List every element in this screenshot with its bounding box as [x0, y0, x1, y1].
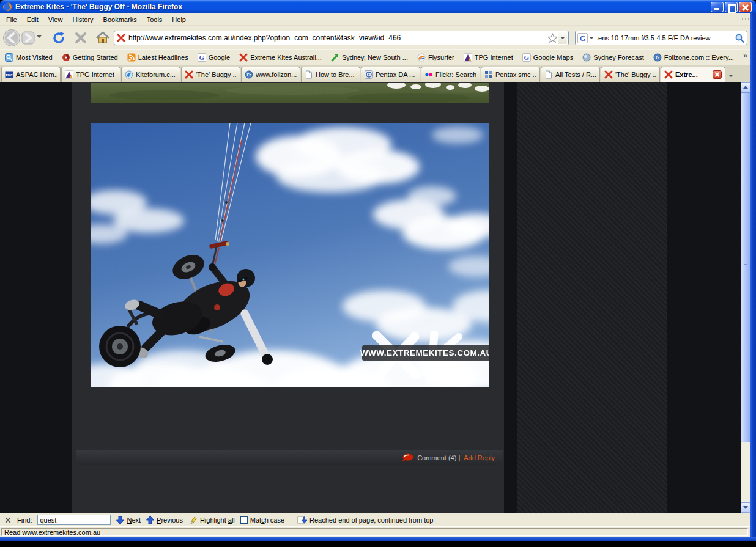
forward-icon: [21, 31, 35, 45]
window-title: Extreme Kites - 'The' Buggy Off - Mozill…: [15, 2, 182, 11]
find-next-button[interactable]: Next: [116, 516, 141, 524]
bookmark-getting-started[interactable]: Getting Started: [62, 53, 118, 62]
menu-history[interactable]: History: [67, 14, 98, 25]
navigation-toolbar: G: [0, 26, 756, 49]
menu-tools[interactable]: Tools: [142, 14, 168, 25]
location-bar[interactable]: [114, 31, 569, 45]
menu-view[interactable]: View: [43, 14, 68, 25]
red-x-icon: [604, 70, 613, 79]
bookmark-google-maps[interactable]: G Google Maps: [522, 53, 573, 62]
foilzone-icon: Fz: [245, 70, 253, 79]
home-button[interactable]: [95, 31, 110, 45]
svg-text:fz: fz: [656, 55, 659, 59]
back-button[interactable]: [2, 29, 21, 47]
stop-button[interactable]: [73, 31, 88, 45]
pentax-smc-icon: [484, 70, 493, 79]
window-border-right: [750, 13, 756, 541]
bookmark-most-visited[interactable]: Most Visited: [5, 53, 53, 62]
bookmarks-overflow-chevron[interactable]: »: [743, 51, 747, 60]
find-label: Find:: [17, 516, 32, 524]
minimize-button[interactable]: [711, 2, 724, 12]
search-bar[interactable]: G: [575, 31, 747, 45]
menu-bookmarks[interactable]: Bookmarks: [98, 14, 142, 25]
reload-button[interactable]: [51, 31, 66, 45]
bookmark-sydney-weather[interactable]: Sydney, New South ...: [331, 53, 408, 62]
menu-help[interactable]: Help: [167, 14, 191, 25]
forum-content-column: WWW.EXTREMEKITES.COM.AU Comment (4) | Ad…: [72, 82, 504, 513]
find-highlight-button[interactable]: Highlight all: [188, 516, 235, 524]
scroll-down-button[interactable]: [741, 502, 750, 513]
pentax-icon: [365, 70, 373, 79]
page-icon: [544, 70, 553, 79]
bookmark-google[interactable]: G Google: [198, 53, 230, 62]
tab-list-dropdown-icon[interactable]: [728, 75, 733, 77]
scroll-up-button[interactable]: [741, 82, 750, 92]
menu-file[interactable]: File: [1, 14, 22, 25]
tab-strip: EMC ASPAC Hom... TPG Internet Kiteforum.…: [0, 65, 756, 82]
add-reply-link[interactable]: Add Reply: [464, 454, 495, 461]
chevron-down-icon: [560, 37, 565, 39]
search-magnifier-icon[interactable]: [735, 33, 745, 43]
tab-foilzone[interactable]: Fz www.foilzon...: [241, 67, 300, 82]
flickr-icon: [424, 70, 433, 79]
bookmark-sydney-forecast[interactable]: Sydney Forecast: [582, 53, 644, 62]
previous-up-arrow-icon: [146, 516, 154, 524]
google-icon: G: [198, 53, 206, 62]
rss-icon: [127, 53, 136, 62]
svg-text:WWW.EXTREMEKITES.COM.AU: WWW.EXTREMEKITES.COM.AU: [360, 348, 489, 358]
forward-button[interactable]: [21, 31, 35, 45]
tab-kiteforum[interactable]: Kiteforum.c...: [121, 67, 180, 82]
tab-how-to[interactable]: How to Bre...: [301, 67, 360, 82]
tab-extreme-kites-active[interactable]: Extre...: [661, 67, 725, 82]
bookmark-latest-headlines[interactable]: Latest Headlines: [127, 53, 188, 62]
tab-flickr[interactable]: Flickr: Search: [421, 67, 480, 82]
location-history-dropdown[interactable]: [558, 32, 567, 44]
search-engine-icon[interactable]: G: [577, 33, 588, 43]
bookmark-star-icon[interactable]: [547, 33, 558, 43]
getting-started-icon: [62, 53, 70, 62]
chevron-down-icon: [743, 506, 748, 509]
buggy-rear-wheel: [99, 326, 141, 367]
find-close-icon[interactable]: [4, 516, 12, 524]
tab-pentax-smc[interactable]: Pentax smc ...: [481, 67, 540, 82]
tab-all-tests[interactable]: All Tests / R...: [541, 67, 600, 82]
foilzone-icon: fz: [653, 53, 662, 62]
find-bar: Find: Next Previous Highlight all Match …: [0, 513, 750, 526]
find-match-case[interactable]: Match case: [240, 516, 284, 524]
search-input[interactable]: [596, 34, 735, 42]
highlighter-icon: [188, 516, 198, 524]
bookmark-flysurfer[interactable]: Flysurfer: [417, 53, 454, 62]
menu-edit[interactable]: Edit: [22, 14, 43, 25]
maximize-button[interactable]: [725, 2, 738, 12]
back-history-dropdown[interactable]: [37, 35, 42, 38]
home-icon: [95, 31, 110, 45]
watermark: WWW.EXTREMEKITES.COM.AU: [360, 345, 489, 361]
find-previous-button[interactable]: Previous: [146, 516, 183, 524]
menu-bar: File Edit View History Bookmarks Tools H…: [0, 13, 756, 26]
tab-buggy-thread-1[interactable]: 'The' Buggy ...: [181, 67, 240, 82]
kite-buggy-photo: WWW.EXTREMEKITES.COM.AU: [91, 123, 489, 387]
forecast-icon: [582, 53, 591, 62]
find-input[interactable]: [37, 515, 111, 525]
svg-text:EMC: EMC: [6, 73, 13, 77]
url-input[interactable]: [128, 34, 547, 42]
bookmark-foilzone[interactable]: fz Foilzone.com :: Every...: [653, 53, 734, 62]
grass-photo-fragment: [91, 83, 489, 103]
tab-pentax-da[interactable]: Pentax DA ...: [361, 67, 420, 82]
wrapped-search-icon: [297, 516, 307, 524]
bookmark-tpg[interactable]: TPG Internet: [464, 53, 513, 62]
page-background-stripes: [517, 82, 667, 513]
bookmark-extreme-kites[interactable]: Extreme Kites Australi...: [239, 53, 322, 62]
tab-close-icon[interactable]: [713, 70, 722, 79]
close-button[interactable]: [739, 2, 752, 12]
flysurfer-icon: [417, 53, 426, 62]
comment-count[interactable]: Comment (4) |: [417, 454, 460, 461]
tpg-icon: [464, 53, 472, 62]
search-engine-dropdown-icon[interactable]: [589, 37, 594, 39]
tab-tpg[interactable]: TPG Internet: [61, 67, 120, 82]
tab-aspac[interactable]: EMC ASPAC Hom...: [1, 67, 61, 82]
match-case-checkbox[interactable]: [240, 516, 248, 524]
tab-buggy-thread-2[interactable]: 'The' Buggy ...: [601, 67, 660, 82]
vertical-scrollbar[interactable]: [741, 82, 750, 513]
scrollbar-thumb[interactable]: [741, 92, 750, 442]
